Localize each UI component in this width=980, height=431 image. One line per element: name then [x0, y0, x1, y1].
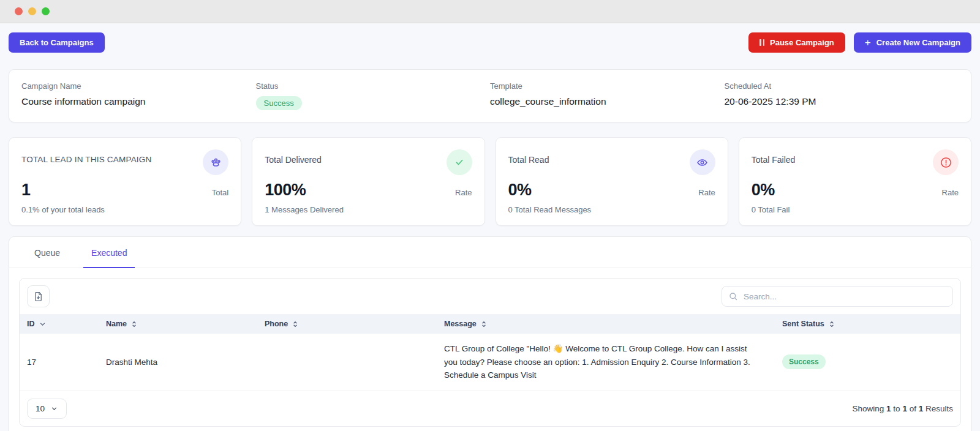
stat-card-total-delivered: Total Delivered 100% Rate 1 Messages Del… — [252, 137, 484, 226]
stat-unit: Rate — [942, 188, 959, 200]
stat-card-total-read: Total Read 0% Rate 0 Total Read Messages — [496, 137, 728, 226]
stat-title: TOTAL LEAD IN THIS CAMPAIGN — [21, 149, 151, 164]
template-value: college_course_information — [490, 96, 725, 107]
cell-phone — [257, 334, 437, 391]
table-footer: 10 Showing 1 to 1 of 1 Results — [20, 391, 960, 426]
stats-row: TOTAL LEAD IN THIS CAMPAIGN 1 Total 0.1%… — [9, 137, 971, 226]
create-new-campaign-button[interactable]: + Create New Campaign — [854, 32, 971, 53]
stat-subtitle: 1 Messages Delivered — [265, 205, 472, 214]
pause-campaign-button[interactable]: Pause Campaign — [748, 32, 845, 53]
export-file-button[interactable] — [27, 285, 50, 307]
cell-id: 17 — [20, 334, 99, 391]
scheduled-at-field: Scheduled At 20-06-2025 12:39 PM — [725, 81, 959, 110]
header-phone-label: Phone — [265, 320, 288, 328]
action-bar-right: Pause Campaign + Create New Campaign — [748, 32, 971, 53]
template-label: Template — [490, 81, 725, 91]
results-from: 1 — [886, 404, 891, 413]
stat-subtitle: 0 Total Fail — [752, 205, 959, 214]
cell-name: Drashti Mehta — [99, 334, 257, 391]
campaign-name-value: Course information campaign — [21, 96, 256, 107]
stat-value: 100% — [265, 181, 306, 200]
header-id[interactable]: ID — [20, 314, 99, 334]
eye-icon — [690, 149, 715, 175]
header-name-label: Name — [106, 320, 127, 328]
cell-message: CTL Group of College "Hello! 👋 Welcome t… — [437, 334, 775, 391]
stat-value: 1 — [21, 181, 31, 200]
results-to: 1 — [902, 404, 907, 413]
stat-unit: Rate — [455, 188, 472, 200]
header-sent-status-label: Sent Status — [782, 320, 824, 328]
status-badge: Success — [256, 96, 302, 110]
sort-icon — [130, 320, 138, 328]
stat-subtitle: 0 Total Read Messages — [508, 205, 715, 214]
stat-card-total-lead: TOTAL LEAD IN THIS CAMPAIGN 1 Total 0.1%… — [9, 137, 241, 226]
table-row[interactable]: 17 Drashti Mehta CTL Group of College "H… — [20, 334, 960, 391]
header-phone[interactable]: Phone — [257, 314, 437, 334]
users-icon — [203, 149, 228, 175]
template-field: Template college_course_information — [490, 81, 725, 110]
close-window-button[interactable] — [15, 7, 23, 15]
sort-icon — [480, 320, 488, 328]
stat-title: Total Read — [508, 149, 549, 165]
leads-table: ID Name — [20, 314, 960, 391]
results-total: 1 — [919, 404, 924, 413]
alert-icon — [933, 149, 959, 175]
search-icon — [728, 291, 738, 301]
search-box — [722, 286, 953, 307]
campaign-name-field: Campaign Name Course information campaig… — [21, 81, 256, 110]
scheduled-at-value: 20-06-2025 12:39 PM — [725, 96, 959, 107]
sort-icon — [828, 320, 835, 328]
table-toolbar — [20, 279, 960, 314]
header-id-label: ID — [27, 320, 35, 328]
window-titlebar — [0, 0, 980, 23]
chevron-down-icon — [39, 320, 47, 328]
chevron-down-icon — [50, 405, 58, 413]
table-header-row: ID Name — [20, 314, 960, 334]
status-label: Status — [256, 81, 491, 91]
stat-title: Total Failed — [752, 149, 796, 165]
stat-unit: Rate — [698, 188, 715, 200]
page-body: Back to Campaigns Pause Campaign + Creat… — [0, 23, 980, 431]
page-size-select[interactable]: 10 — [27, 399, 67, 419]
stat-title: Total Delivered — [265, 149, 322, 165]
stat-value: 0% — [752, 181, 775, 200]
header-sent-status[interactable]: Sent Status — [775, 314, 960, 334]
stat-value: 0% — [508, 181, 532, 200]
plus-icon: + — [865, 37, 871, 48]
back-to-campaigns-label: Back to Campaigns — [20, 38, 94, 47]
pause-icon — [760, 39, 764, 46]
sent-status-badge: Success — [782, 354, 826, 369]
header-message-label: Message — [444, 320, 477, 328]
create-new-campaign-label: Create New Campaign — [876, 38, 960, 47]
cell-sent-status: Success — [775, 334, 960, 391]
check-icon — [447, 149, 472, 175]
tab-queue[interactable]: Queue — [26, 237, 68, 268]
stat-card-total-failed: Total Failed 0% Rate 0 Total Fail — [739, 137, 971, 226]
header-message[interactable]: Message — [437, 314, 775, 334]
action-bar: Back to Campaigns Pause Campaign + Creat… — [9, 32, 971, 53]
status-field: Status Success — [256, 81, 491, 110]
tab-executed[interactable]: Executed — [83, 237, 135, 268]
header-name[interactable]: Name — [99, 314, 257, 334]
page-size-value: 10 — [36, 404, 45, 413]
stat-subtitle: 0.1% of your total leads — [21, 205, 228, 214]
leads-table-panel: ID Name — [19, 278, 961, 427]
pause-campaign-label: Pause Campaign — [770, 38, 834, 47]
results-summary: Showing 1 to 1 of 1 Results — [853, 404, 953, 413]
campaign-info-card: Campaign Name Course information campaig… — [9, 69, 971, 122]
maximize-window-button[interactable] — [42, 7, 50, 15]
scheduled-at-label: Scheduled At — [725, 81, 959, 91]
back-to-campaigns-button[interactable]: Back to Campaigns — [9, 32, 105, 53]
search-input[interactable] — [722, 286, 953, 307]
minimize-window-button[interactable] — [28, 7, 36, 15]
executed-tab-panel: ID Name — [9, 268, 971, 431]
campaign-leads-card: Queue Executed — [9, 236, 971, 431]
tab-bar: Queue Executed — [9, 237, 971, 268]
campaign-name-label: Campaign Name — [21, 81, 256, 91]
stat-unit: Total — [212, 188, 228, 200]
sort-icon — [292, 320, 299, 328]
file-download-icon — [32, 291, 44, 302]
